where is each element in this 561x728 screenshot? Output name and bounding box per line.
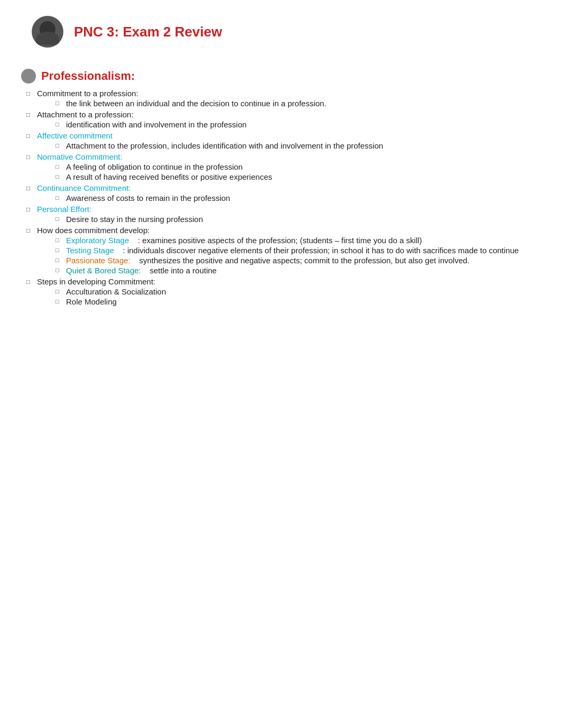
page-title: PNC 3: Exam 2 Review [74,24,222,40]
list-item: A result of having received benefits or … [58,172,540,181]
list-item: Passionate Stage: synthesizes the positi… [58,256,540,265]
list-item: Acculturation & Socialization [58,287,540,296]
sublist: Acculturation & SocializationRole Modeli… [42,287,540,306]
list-item: Attachment to the profession, includes i… [58,141,540,150]
sublist: Exploratory Stage : examines positive as… [42,236,540,275]
sublist: Attachment to the profession, includes i… [42,141,540,150]
list-item: Normative Commitment:A feeling of obliga… [32,152,540,181]
list-item: identification with and involvement in t… [58,120,540,129]
page-header: PNC 3: Exam 2 Review [21,16,540,48]
list-item: Testing Stage : individuals discover neg… [58,246,540,255]
section-title: Professionalism: [41,69,135,83]
list-item: Continuance Commitment:Awareness of cost… [32,183,540,202]
list-item: How does commitment develop:Exploratory … [32,226,540,275]
list-item: the link between an individual and the d… [58,99,540,108]
section-content: Commitment to a profession:the link betw… [21,89,540,306]
sublist: identification with and involvement in t… [42,120,540,129]
section-heading: Professionalism: [21,69,540,84]
list-item: A feeling of obligation to continue in t… [58,162,540,171]
header-icon [32,16,63,48]
list-item: Affective commitmentAttachment to the pr… [32,131,540,150]
sublist: A feeling of obligation to continue in t… [42,162,540,181]
list-item: Exploratory Stage : examines positive as… [58,236,540,245]
list-item: Quiet & Bored Stage: settle into a routi… [58,266,540,275]
list-item: Steps in developing Commitment:Accultura… [32,277,540,306]
list-item: Awareness of costs to remain in the prof… [58,193,540,202]
sublist: Desire to stay in the nursing profession [42,215,540,224]
list-item: Role Modeling [58,297,540,306]
sublist: the link between an individual and the d… [42,99,540,108]
list-item: Desire to stay in the nursing profession [58,215,540,224]
main-list: Commitment to a profession:the link betw… [32,89,540,306]
list-item: Commitment to a profession:the link betw… [32,89,540,108]
list-item: Personal Effort:Desire to stay in the nu… [32,205,540,224]
section-icon [21,69,36,84]
list-item: Attachment to a profession:identificatio… [32,110,540,129]
sublist: Awareness of costs to remain in the prof… [42,193,540,202]
